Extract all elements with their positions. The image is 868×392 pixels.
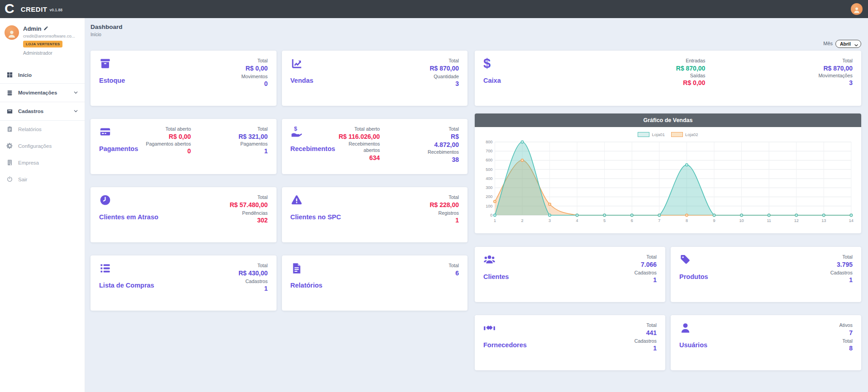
dollar-icon: $ — [483, 57, 501, 71]
card-relatorios[interactable]: Relatórios Total 6 — [282, 255, 468, 311]
sidebar-item-cadastros[interactable]: Cadastros — [0, 102, 85, 120]
edit-pencil-icon[interactable] — [43, 25, 48, 32]
sales-chart-panel: Gráfico de Vendas Loja01Loja02 010020030… — [475, 113, 861, 233]
user-avatar[interactable] — [851, 3, 863, 15]
stat-label: Total — [238, 262, 268, 269]
stat-label: Total — [634, 254, 657, 260]
card-title: Relatórios — [291, 282, 323, 289]
svg-text:3: 3 — [548, 218, 551, 223]
profile-name: Admin — [23, 25, 41, 32]
card-title: Pagamentos — [99, 145, 138, 152]
stat-value: 1 — [634, 344, 657, 352]
card-title: Estoque — [99, 77, 125, 84]
stat-value: 0 — [241, 80, 267, 88]
stat-label: Saídas — [676, 72, 706, 79]
stat-value: 7.066 — [634, 260, 657, 269]
svg-text:5: 5 — [603, 218, 606, 223]
svg-text:13: 13 — [821, 218, 826, 223]
svg-text:9: 9 — [713, 218, 715, 223]
list-icon — [99, 262, 154, 276]
stat-value: 0 — [146, 147, 191, 155]
month-filter: Mês Abril — [91, 39, 861, 48]
stat-label: Total — [448, 262, 459, 269]
stat-label: Cadastros — [634, 269, 657, 276]
chart-legend[interactable]: Loja01Loja02 — [481, 130, 855, 138]
svg-text:1: 1 — [494, 218, 496, 223]
legend-swatch — [671, 132, 683, 137]
chart-line-icon — [291, 57, 314, 71]
stat-value: R$ 0,00 — [676, 79, 706, 87]
stat-label: Total — [238, 126, 268, 132]
legend-swatch — [638, 132, 649, 137]
svg-text:4: 4 — [576, 218, 578, 223]
stat-value: 1 — [238, 284, 268, 293]
stat-value: R$ 321,00 — [238, 132, 268, 141]
clipboard-icon — [6, 126, 13, 132]
stat-label: Quantidade — [429, 73, 459, 80]
legend-label: Loja01 — [652, 132, 665, 137]
svg-text:10: 10 — [739, 218, 744, 223]
stat-label: Total aberto — [146, 126, 191, 132]
stat-label: Total — [429, 57, 459, 64]
card-caixa[interactable]: $ Caixa Entradas R$ 870,00 Saídas R$ 0,0… — [475, 51, 861, 106]
app-logo: C — [5, 2, 14, 15]
legend-item[interactable]: Loja01 — [638, 132, 665, 137]
legend-item[interactable]: Loja02 — [671, 132, 698, 137]
month-label: Mês — [823, 41, 833, 46]
profile-section: Admin credit@anronsoftware.co... LOJA VE… — [0, 18, 85, 60]
stat-value: R$ 228,00 — [429, 201, 459, 209]
stat-value: 1 — [429, 216, 459, 224]
svg-text:800: 800 — [486, 140, 492, 144]
top-navbar: C CREDIT v0.1.88 — [0, 0, 868, 18]
card-pagamentos[interactable]: Pagamentos Total aberto R$ 0,00 Pagament… — [91, 119, 277, 174]
stat-value: R$ 57.480,00 — [229, 201, 267, 209]
card-recebimentos[interactable]: $ Recebimentos Total aberto R$ 116.026,0… — [282, 119, 468, 174]
profile-avatar[interactable] — [5, 25, 19, 40]
card-produtos[interactable]: Produtos Total 3.795 Cadastros 1 — [671, 247, 861, 302]
main-content: Dashboard Início Mês Abril Estoque — [85, 18, 868, 392]
building-icon — [6, 159, 13, 166]
drawer-icon — [6, 108, 13, 115]
svg-text:200: 200 — [486, 195, 492, 199]
stat-value: R$ 0,00 — [241, 64, 267, 72]
stat-value: 302 — [229, 216, 267, 224]
gear-icon — [6, 142, 13, 149]
stat-label: Total — [229, 194, 267, 201]
stat-value: 38 — [427, 156, 459, 164]
card-title: Recebimentos — [291, 145, 335, 152]
page-title: Dashboard — [91, 24, 861, 30]
card-title: Clientes em Atraso — [99, 213, 158, 221]
svg-text:12: 12 — [794, 218, 799, 223]
stat-label: Total — [830, 254, 853, 260]
card-title: Fornecedores — [483, 341, 527, 349]
svg-text:7: 7 — [658, 218, 660, 223]
sidebar-item-empresa[interactable]: Empresa — [0, 154, 85, 171]
svg-text:600: 600 — [486, 158, 492, 163]
stat-label: Pagamentos abertos — [146, 141, 191, 147]
svg-text:2: 2 — [521, 218, 523, 223]
card-fornecedores[interactable]: Fornecedores Total 441 Cadastros 1 — [475, 315, 665, 370]
svg-text:14: 14 — [849, 218, 854, 223]
card-vendas[interactable]: Vendas Total R$ 870,00 Quantidade 3 — [282, 51, 468, 106]
card-clientes-em-atraso[interactable]: Clientes em Atraso Total R$ 57.480,00 Pe… — [91, 187, 277, 242]
profile-email: credit@anronsoftware.co... — [23, 33, 75, 38]
sidebar-item-sair[interactable]: Sair — [0, 171, 85, 188]
card-clientes[interactable]: Clientes Total 7.066 Cadastros 1 — [475, 247, 665, 302]
sidebar-item-relatorios[interactable]: Relatórios — [0, 121, 85, 137]
sidebar-item-movimentacoes[interactable]: Movimentações — [0, 84, 85, 102]
box-archive-icon — [99, 57, 125, 71]
cards-column-right: $ Caixa Entradas R$ 870,00 Saídas R$ 0,0… — [475, 51, 861, 370]
card-clientes-no-spc[interactable]: Clientes no SPC Total R$ 228,00 Registro… — [282, 187, 468, 242]
sidebar-item-inicio[interactable]: Início — [0, 66, 85, 83]
card-estoque[interactable]: Estoque Total R$ 0,00 Movimentos 0 — [91, 51, 277, 106]
stat-value: 1 — [830, 276, 853, 284]
card-usuarios[interactable]: Usuários Ativos 7 Total 8 — [671, 315, 861, 370]
stat-value: 634 — [335, 154, 380, 162]
month-select[interactable]: Abril — [835, 40, 861, 48]
stat-value: 6 — [448, 269, 459, 277]
card-title: Caixa — [483, 77, 501, 84]
sidebar-item-configuracoes[interactable]: Configurações — [0, 137, 85, 154]
card-lista-de-compras[interactable]: Lista de Compras Total R$ 430,00 Cadastr… — [91, 255, 277, 311]
stat-value: R$ 0,00 — [146, 132, 191, 141]
brand-name: CREDIT — [21, 5, 48, 13]
